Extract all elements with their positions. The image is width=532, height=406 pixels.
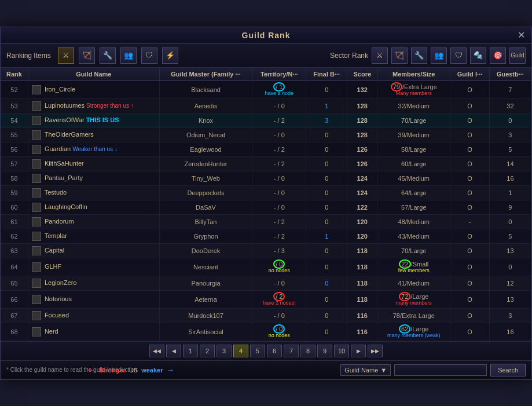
guild-name-cell[interactable]: RavensOfWar THIS IS US: [28, 113, 159, 127]
rank-cell: 63: [1, 243, 28, 258]
search-button[interactable]: Search: [490, 364, 526, 376]
page-8-button[interactable]: 8: [300, 345, 315, 357]
members-cell: 41/Medium: [377, 276, 450, 290]
page-9-button[interactable]: 9: [317, 345, 332, 357]
guild-icon: [32, 246, 41, 255]
sector-icon-4[interactable]: 👥: [431, 47, 447, 64]
final-cell: 0: [306, 185, 347, 200]
territory-cell: - / 0: [252, 127, 306, 142]
rank-cell: 67: [1, 308, 28, 323]
table-row: 62 Templar Gryphon - / 2 1 120 43/Medium…: [1, 229, 531, 243]
final-cell: 0: [306, 258, 347, 276]
stronger-annotation: Stronger than us ↑: [86, 102, 134, 108]
rank-cell: 52: [1, 81, 28, 98]
ranking-icon-6[interactable]: ⚡: [162, 47, 178, 64]
first-page-button[interactable]: ◀◀: [149, 345, 164, 357]
page-1-button[interactable]: 1: [183, 345, 198, 357]
score-cell: 128: [347, 127, 377, 142]
prev-page-button[interactable]: ◀: [166, 345, 181, 357]
close-button[interactable]: ✕: [515, 30, 527, 41]
sector-rank-label: Sector Rank: [330, 52, 368, 60]
ranking-icon-2[interactable]: 🏹: [79, 47, 95, 64]
territory-cell: / 0 no nodes: [252, 258, 306, 276]
master-cell: Gryphon: [159, 229, 252, 243]
guild-name-cell[interactable]: TheOlderGamers: [28, 127, 159, 142]
sector-icon-7[interactable]: 🎯: [490, 47, 506, 64]
territory-note: have a node: [256, 90, 302, 96]
guild-name-cell[interactable]: Pandorum: [28, 214, 159, 229]
page-6-button[interactable]: 6: [267, 345, 282, 357]
master-cell: Knox: [159, 113, 252, 127]
ranking-icon-1[interactable]: ⚔: [58, 47, 74, 64]
sector-icon-2[interactable]: 🏹: [391, 47, 408, 64]
search-area: Guild Name ▼ Search: [340, 364, 526, 376]
rank-cell: 55: [1, 127, 28, 142]
members-cell: 70/Large: [377, 243, 450, 258]
guild-name-cell[interactable]: Pantsu_Party: [28, 171, 159, 185]
col-territory: Territory/N···: [252, 68, 306, 81]
guild-name-cell[interactable]: Nerd: [28, 323, 159, 341]
guest-cell: 14: [489, 156, 531, 171]
final-cell: 0: [306, 127, 347, 142]
guest-cell: 3: [489, 308, 531, 323]
rank-cell: 60: [1, 200, 28, 214]
territory-cell: - / 0: [252, 171, 306, 185]
territory-cell: - / 0: [252, 185, 306, 200]
sector-icon-5[interactable]: 🛡: [450, 47, 467, 64]
guild-name-cell[interactable]: Testudo: [28, 185, 159, 200]
guild-name-cell[interactable]: LegionZero: [28, 276, 159, 290]
next-page-button[interactable]: ▶: [351, 345, 366, 357]
page-3-button[interactable]: 3: [217, 345, 232, 357]
territory-cell: - / 3: [252, 243, 306, 258]
col-score: Score: [347, 68, 377, 81]
final-cell: 0: [306, 81, 347, 98]
master-cell: Deeppockets: [159, 185, 252, 200]
guild-name-cell[interactable]: Notorious: [28, 290, 159, 308]
stronger-arrow: ←: [87, 365, 96, 375]
ranking-icon-4[interactable]: 👥: [120, 47, 137, 64]
table-row: 54 RavensOfWar THIS IS US Knox - / 2 3 1…: [1, 113, 531, 127]
guild-name-cell[interactable]: KiithSaHunter: [28, 156, 159, 171]
final-cell: 1: [306, 229, 347, 243]
rank-cell: 64: [1, 258, 28, 276]
territory-cell: - / 2: [252, 113, 306, 127]
territory-cell: / 1 have a node: [252, 81, 306, 98]
ranking-icon-3[interactable]: 🔧: [100, 47, 116, 64]
guild-id-cell: -: [450, 214, 490, 229]
search-dropdown[interactable]: Guild Name ▼: [340, 364, 391, 376]
guild-icon: [32, 174, 41, 183]
guild-name-cell[interactable]: Lupinotuumes Stronger than us ↑: [28, 98, 159, 113]
sector-icon-3[interactable]: 🔧: [411, 47, 427, 64]
page-10-button[interactable]: 10: [334, 345, 349, 357]
guest-cell: 1: [489, 185, 531, 200]
weaker-arrow: →: [166, 365, 174, 375]
sector-icon-6[interactable]: 🔩: [470, 47, 486, 64]
master-cell: DooDerek: [159, 243, 252, 258]
guild-name-cell[interactable]: Guardian Weaker than us ↓: [28, 142, 159, 156]
page-7-button[interactable]: 7: [284, 345, 299, 357]
guild-name-cell[interactable]: GLHF: [28, 258, 159, 276]
members-note: many members (weak): [381, 332, 446, 338]
table-row: 56 Guardian Weaker than us ↓ Eaglewood -…: [1, 142, 531, 156]
search-input[interactable]: [394, 364, 487, 376]
guest-cell: 9: [489, 200, 531, 214]
last-page-button[interactable]: ▶▶: [368, 345, 383, 357]
guild-name-cell[interactable]: Capital: [28, 243, 159, 258]
ranking-icon-5[interactable]: 🛡: [141, 47, 157, 64]
guild-id-cell: O: [450, 308, 490, 323]
rank-cell: 65: [1, 276, 28, 290]
territory-note: no nodes: [256, 268, 302, 273]
guild-name-cell[interactable]: Iron_Circle: [28, 81, 159, 98]
territory-cell: - / 0: [252, 200, 306, 214]
guild-id-cell: O: [450, 200, 490, 214]
page-5-button[interactable]: 5: [250, 345, 265, 357]
page-4-button[interactable]: 4: [233, 345, 248, 357]
page-2-button[interactable]: 2: [200, 345, 215, 357]
guild-name-cell[interactable]: Focused: [28, 308, 159, 323]
guild-name-cell[interactable]: LaughingCoffin: [28, 200, 159, 214]
guild-id-cell: O: [450, 98, 490, 113]
table-row: 66 Notorious Aeterna / 2 have 2 nodes! 0…: [1, 290, 531, 308]
sector-icon-1[interactable]: ⚔: [372, 47, 388, 64]
guild-icon-btn[interactable]: Guild: [509, 47, 526, 64]
guild-name-cell[interactable]: Templar: [28, 229, 159, 243]
